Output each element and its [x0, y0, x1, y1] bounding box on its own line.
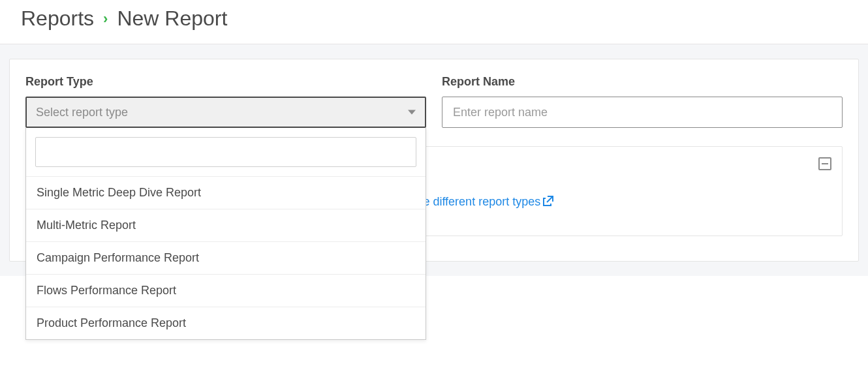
- report-name-label: Report Name: [442, 75, 843, 89]
- report-type-placeholder: Select report type: [36, 106, 128, 119]
- minus-icon: [822, 163, 828, 164]
- option-flows-performance[interactable]: Flows Performance Report: [26, 274, 426, 307]
- report-type-field: Report Type Select report type Single Me…: [25, 75, 426, 128]
- page-body: Report Type Select report type Single Me…: [0, 44, 868, 276]
- external-link-icon: [543, 196, 553, 209]
- report-type-select[interactable]: Select report type Single Metric Deep Di…: [25, 97, 426, 128]
- breadcrumb: Reports › New Report: [0, 0, 868, 44]
- report-name-input[interactable]: [442, 97, 843, 128]
- option-single-metric[interactable]: Single Metric Deep Dive Report: [26, 176, 426, 209]
- collapse-button[interactable]: [818, 157, 831, 170]
- report-type-label: Report Type: [25, 75, 426, 89]
- fields-row: Report Type Select report type Single Me…: [25, 75, 843, 128]
- caret-down-icon: [408, 108, 416, 116]
- chevron-right-icon: ›: [103, 10, 108, 27]
- option-multi-metric[interactable]: Multi-Metric Report: [26, 209, 426, 241]
- report-type-dropdown: Single Metric Deep Dive Report Multi-Met…: [25, 128, 426, 340]
- option-campaign-performance[interactable]: Campaign Performance Report: [26, 241, 426, 274]
- report-name-field: Report Name: [442, 75, 843, 128]
- dropdown-search-input[interactable]: [35, 137, 416, 167]
- option-product-performance[interactable]: Product Performance Report: [26, 307, 426, 339]
- breadcrumb-root[interactable]: Reports: [21, 7, 94, 31]
- report-config-card: Report Type Select report type Single Me…: [9, 59, 859, 262]
- dropdown-search-wrap: [26, 128, 426, 176]
- breadcrumb-current: New Report: [117, 7, 227, 31]
